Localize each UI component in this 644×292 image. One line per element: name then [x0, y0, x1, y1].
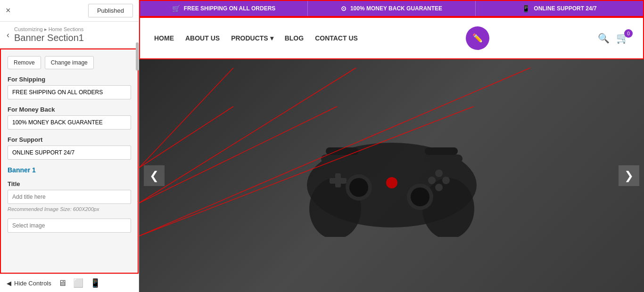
desktop-icon[interactable]: 🖥: [58, 278, 66, 288]
navigation-bar: HOME ABOUT US PRODUCTS ▾ BLOG CONTACT US…: [139, 17, 644, 59]
breadcrumb: Customizing ▸ Home Sections: [14, 26, 84, 32]
panel-nav-header: ‹ Customizing ▸ Home Sections Banner Sec…: [0, 22, 139, 49]
nav-home[interactable]: HOME: [154, 34, 174, 42]
nav-links: HOME ABOUT US PRODUCTS ▾ BLOG CONTACT US: [154, 34, 358, 42]
search-button[interactable]: 🔍: [598, 32, 610, 44]
svg-point-11: [428, 177, 436, 184]
hero-prev-button[interactable]: ❮: [144, 165, 165, 186]
shipping-field-group: For Shipping: [8, 76, 131, 99]
shipping-announcement: 🛒 FREE SHIPPING ON ALL ORDERS: [140, 1, 308, 16]
recommended-size-text: Recommended Image Size: 600X200px: [8, 206, 131, 212]
select-image-input[interactable]: [8, 219, 131, 233]
svg-rect-14: [321, 154, 359, 163]
mobile-icon[interactable]: 📱: [90, 278, 100, 288]
money-back-label: For Money Back: [8, 106, 131, 113]
published-button[interactable]: Published: [88, 4, 133, 17]
right-preview: 🛒 FREE SHIPPING ON ALL ORDERS ⊙ 100% MON…: [139, 0, 644, 292]
support-announcement-text: ONLINE SUPPORT 24/7: [534, 5, 596, 12]
panel-scroll: Remove Change image For Shipping For Mon…: [0, 49, 139, 274]
svg-point-2: [422, 178, 474, 237]
section-title: Banner Section1: [14, 32, 84, 43]
title-input[interactable]: [8, 190, 131, 204]
remove-button[interactable]: Remove: [8, 56, 41, 69]
shipping-announcement-text: FREE SHIPPING ON ALL ORDERS: [184, 5, 276, 12]
svg-point-10: [442, 177, 450, 184]
close-button[interactable]: ×: [6, 6, 11, 16]
svg-rect-8: [330, 178, 347, 184]
cart-badge: 0: [624, 29, 633, 38]
select-image-area: [8, 219, 131, 233]
change-image-button[interactable]: Change image: [45, 56, 94, 69]
svg-rect-16: [326, 147, 359, 155]
support-field-group: For Support: [8, 136, 131, 160]
svg-point-6: [411, 187, 429, 206]
logo-icon: ✏️: [472, 33, 483, 43]
bottom-bar: ◀ Hide Controls 🖥 ⬜ 📱: [0, 274, 139, 292]
svg-rect-17: [425, 147, 458, 155]
money-back-icon: ⊙: [341, 5, 347, 12]
back-button[interactable]: ‹: [7, 30, 9, 40]
controller-image: [293, 114, 491, 237]
money-back-field-group: For Money Back: [8, 106, 131, 130]
money-back-announcement-text: 100% MONEY BACK GUARANTEE: [350, 5, 442, 12]
shipping-icon: 🛒: [172, 5, 180, 12]
svg-point-4: [349, 178, 368, 197]
nav-contact-us[interactable]: CONTACT US: [315, 34, 358, 42]
svg-point-9: [435, 170, 443, 177]
banner-link[interactable]: Banner 1: [8, 166, 131, 174]
nav-logo: ✏️: [466, 26, 489, 50]
shipping-label: For Shipping: [8, 76, 131, 83]
svg-point-13: [386, 177, 397, 188]
cart-button[interactable]: 🛒 0: [616, 32, 629, 44]
title-field-group: Title Recommended Image Size: 600X200px: [8, 180, 131, 212]
hide-controls-button[interactable]: ◀ Hide Controls: [7, 280, 51, 287]
shipping-input[interactable]: [8, 85, 131, 99]
title-label: Title: [8, 180, 131, 187]
hide-controls-icon: ◀: [7, 280, 11, 287]
nav-products[interactable]: PRODUCTS ▾: [231, 34, 273, 42]
support-input[interactable]: [8, 146, 131, 160]
hero-next-button[interactable]: ❯: [619, 165, 639, 186]
breadcrumb-area: Customizing ▸ Home Sections Banner Secti…: [14, 26, 84, 43]
tablet-icon[interactable]: ⬜: [73, 278, 83, 288]
money-back-announcement: ⊙ 100% MONEY BACK GUARANTEE: [308, 1, 476, 16]
nav-about-us[interactable]: ABOUT US: [185, 34, 220, 42]
support-icon: 📱: [522, 5, 530, 12]
scroll-handle[interactable]: [136, 49, 139, 71]
support-announcement: 📱 ONLINE SUPPORT 24/7: [476, 1, 643, 16]
svg-rect-15: [425, 154, 462, 163]
hero-banner: ❮ ❯: [139, 59, 644, 292]
money-back-input[interactable]: [8, 115, 131, 130]
hero-background: [139, 59, 644, 292]
hide-controls-label: Hide Controls: [14, 280, 51, 287]
left-panel: × Published ‹ Customizing ▸ Home Section…: [0, 0, 139, 292]
support-label: For Support: [8, 136, 131, 143]
image-button-row: Remove Change image: [8, 56, 131, 69]
announcement-bar: 🛒 FREE SHIPPING ON ALL ORDERS ⊙ 100% MON…: [139, 0, 644, 17]
svg-point-12: [435, 184, 443, 191]
nav-actions: 🔍 🛒 0: [598, 32, 629, 44]
chevron-down-icon: ▾: [270, 34, 273, 42]
nav-blog[interactable]: BLOG: [285, 34, 304, 42]
top-bar: × Published: [0, 0, 139, 22]
